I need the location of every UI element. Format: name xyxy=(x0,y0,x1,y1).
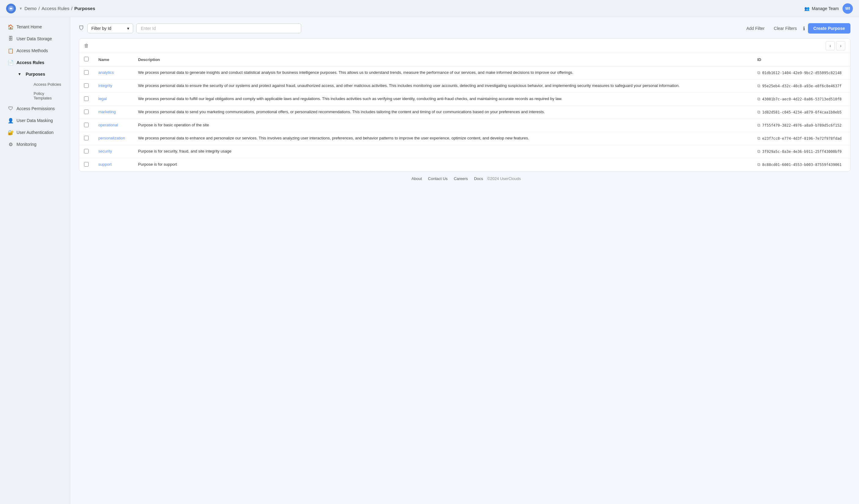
row-description-cell: Purpose is for support xyxy=(133,158,752,171)
row-checkbox-cell xyxy=(79,145,93,158)
row-description-cell: We process personal data to enhance and … xyxy=(133,132,752,145)
sidebar-label-user-data-storage: User Data Storage xyxy=(16,36,52,41)
row-description-cell: We process personal data to fulfill our … xyxy=(133,93,752,106)
table-row: analytics We process personal data to ge… xyxy=(79,66,850,80)
row-id-cell: ⧉ 3f929a5c-0a3e-4e36-b911-25ff43000bf9 xyxy=(752,145,850,158)
monitoring-icon: ⚙ xyxy=(8,142,13,147)
row-id-cell: ⧉ 95e25eb4-d32c-40c8-a93e-e8f6c8e4637f xyxy=(752,80,850,93)
table-row: marketing We process personal data to se… xyxy=(79,106,850,119)
clear-filters-button[interactable]: Clear Filters xyxy=(771,24,800,33)
info-icon[interactable]: ℹ xyxy=(803,26,805,31)
row-name-cell: operational xyxy=(93,119,133,132)
row-name-cell: support xyxy=(93,158,133,171)
footer-link-about[interactable]: About xyxy=(411,176,422,181)
sidebar-item-access-methods[interactable]: 📋 Access Methods xyxy=(2,45,67,57)
copy-id-icon[interactable]: ⧉ xyxy=(757,83,760,89)
sidebar-label-monitoring: Monitoring xyxy=(16,142,36,147)
table-body: analytics We process personal data to ge… xyxy=(79,66,850,171)
breadcrumb: ▼ Demo / Access Rules / Purposes xyxy=(19,6,95,11)
avatar[interactable]: WI xyxy=(843,3,853,14)
sidebar-item-user-authentication[interactable]: 🔐 User Authentication xyxy=(2,127,67,138)
add-filter-button[interactable]: Add Filter xyxy=(743,24,768,33)
filter-by-select[interactable]: Filter by Id ▾ xyxy=(87,23,133,33)
copy-id-icon[interactable]: ⧉ xyxy=(757,96,760,101)
footer-link-docs[interactable]: Docs xyxy=(474,176,483,181)
row-name-cell: legal xyxy=(93,93,133,106)
storage-icon: 🗄 xyxy=(8,36,13,42)
row-name-link[interactable]: integrity xyxy=(99,83,112,88)
breadcrumb-demo[interactable]: Demo xyxy=(25,6,37,11)
table-row: personalization We process personal data… xyxy=(79,132,850,145)
breadcrumb-access-rules[interactable]: Access Rules xyxy=(42,6,69,11)
sidebar-item-purposes[interactable]: ▼ Purposes xyxy=(13,69,67,80)
manage-team-label: Manage Team xyxy=(812,6,839,11)
row-name-link[interactable]: legal xyxy=(99,96,107,101)
row-checkbox-2[interactable] xyxy=(84,96,89,101)
breadcrumb-current: Purposes xyxy=(74,6,95,11)
row-checkbox-4[interactable] xyxy=(84,123,89,127)
row-name-link[interactable]: operational xyxy=(99,123,118,127)
footer: AboutContact UsCareersDocs ©2024 UserClo… xyxy=(79,171,850,186)
filter-icon[interactable]: ⛉ xyxy=(79,25,84,32)
create-purpose-button[interactable]: Create Purpose xyxy=(808,23,850,34)
app-logo[interactable] xyxy=(6,4,16,13)
sidebar-label-access-rules: Access Rules xyxy=(16,60,44,65)
row-checkbox-1[interactable] xyxy=(84,83,89,88)
manage-team-icon: 👥 xyxy=(804,6,810,11)
sidebar-item-access-policies[interactable]: Access Policies xyxy=(29,80,67,89)
purposes-table: 🗑 ‹ › Name Description ID xyxy=(79,38,850,171)
footer-copyright: ©2024 UserClouds xyxy=(487,176,521,181)
prev-page-button[interactable]: ‹ xyxy=(826,41,835,50)
copy-id-icon[interactable]: ⧉ xyxy=(757,162,760,167)
delete-icon[interactable]: 🗑 xyxy=(84,43,89,48)
filter-input[interactable] xyxy=(136,23,301,33)
user-data-masking-icon: 👤 xyxy=(8,118,13,123)
row-id-value: 43081b7c-aec0-4d22-8a86-53713ed510f8 xyxy=(762,97,842,101)
copy-id-icon[interactable]: ⧉ xyxy=(757,123,760,128)
topbar-left: ▼ Demo / Access Rules / Purposes xyxy=(6,4,95,13)
row-name-link[interactable]: marketing xyxy=(99,110,116,114)
header-description: Description xyxy=(133,53,752,66)
manage-team-button[interactable]: 👥 Manage Team xyxy=(804,6,839,11)
filter-by-label: Filter by Id xyxy=(91,26,111,31)
header-checkbox-col xyxy=(79,53,93,66)
sidebar-label-purposes: Purposes xyxy=(26,72,45,77)
sidebar-item-policy-templates[interactable]: Policy Templates xyxy=(29,89,67,103)
select-all-checkbox[interactable] xyxy=(84,57,89,61)
sidebar-item-user-data-storage[interactable]: 🗄 User Data Storage xyxy=(2,33,67,45)
row-checkbox-7[interactable] xyxy=(84,162,89,167)
sidebar-item-access-rules[interactable]: 📄 Access Rules xyxy=(2,57,67,68)
row-name-cell: personalization xyxy=(93,132,133,145)
footer-link-contact-us[interactable]: Contact Us xyxy=(428,176,448,181)
row-id-cell: ⧉ 7f55f479-3822-4976-a8a9-b789d5c6f152 xyxy=(752,119,850,132)
sidebar-item-monitoring[interactable]: ⚙ Monitoring xyxy=(2,139,67,150)
footer-link-careers[interactable]: Careers xyxy=(454,176,468,181)
sidebar-item-access-permissions[interactable]: 🛡 Access Permissions xyxy=(2,103,67,114)
row-name-link[interactable]: personalization xyxy=(99,136,125,140)
footer-links: AboutContact UsCareersDocs xyxy=(408,176,486,181)
row-checkbox-3[interactable] xyxy=(84,110,89,114)
row-checkbox-cell xyxy=(79,119,93,132)
row-description-cell: We process personal data to generate ins… xyxy=(133,66,752,80)
copy-id-icon[interactable]: ⧉ xyxy=(757,70,760,75)
copy-id-icon[interactable]: ⧉ xyxy=(757,110,760,115)
row-description-cell: Purpose is for security, fraud, and site… xyxy=(133,145,752,158)
row-checkbox-0[interactable] xyxy=(84,70,89,75)
table-row: security Purpose is for security, fraud,… xyxy=(79,145,850,158)
next-page-button[interactable]: › xyxy=(836,41,845,50)
sidebar-item-user-data-masking[interactable]: 👤 User Data Masking xyxy=(2,115,67,126)
row-name-link[interactable]: security xyxy=(99,149,112,154)
row-checkbox-6[interactable] xyxy=(84,149,89,154)
row-checkbox-cell xyxy=(79,158,93,171)
sidebar-item-tenant-home[interactable]: 🏠 Tenant Home xyxy=(2,21,67,33)
header-id: ID xyxy=(752,53,850,66)
chevron-down-icon: ▼ xyxy=(18,72,21,76)
row-checkbox-5[interactable] xyxy=(84,136,89,140)
copy-id-icon[interactable]: ⧉ xyxy=(757,136,760,141)
row-id-cell: ⧉ 1d82d581-c045-4234-a879-6f4caa1b0eb5 xyxy=(752,106,850,119)
row-name-link[interactable]: analytics xyxy=(99,70,114,75)
copy-id-icon[interactable]: ⧉ xyxy=(757,149,760,154)
row-name-link[interactable]: support xyxy=(99,162,111,167)
breadcrumb-sep1: / xyxy=(39,6,40,11)
sidebar-label-tenant-home: Tenant Home xyxy=(16,25,42,29)
